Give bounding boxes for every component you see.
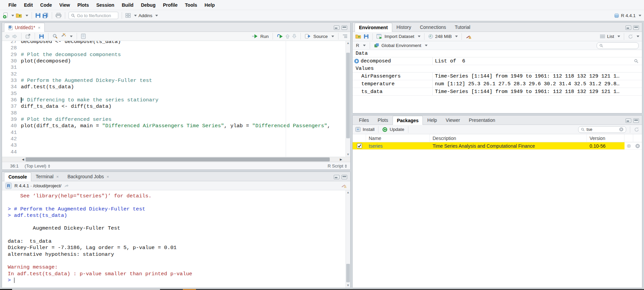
save-workspace-icon[interactable]	[364, 34, 369, 39]
inspect-object-icon[interactable]	[634, 59, 639, 63]
scroll-right-arrow-icon[interactable]: ▶	[338, 157, 344, 162]
console-output[interactable]: See ‘library(help="tseries")’ for detail…	[2, 190, 350, 288]
menu-plots[interactable]: Plots	[74, 0, 92, 10]
show-in-new-window-icon[interactable]	[26, 34, 31, 39]
code-line[interactable]: 43	[2, 142, 350, 149]
source-button-icon[interactable]	[305, 34, 311, 39]
code-line[interactable]: 32	[2, 71, 350, 78]
addins-caret[interactable]	[155, 15, 158, 16]
code-line[interactable]: 28	[2, 45, 350, 51]
code-line[interactable]: 44	[2, 149, 350, 155]
compile-report-icon[interactable]	[81, 34, 86, 39]
document-outline-icon[interactable]	[343, 34, 348, 38]
source-down-icon[interactable]	[292, 34, 296, 39]
code-line[interactable]: 38	[2, 110, 350, 116]
memory-usage-button[interactable]: 248 MiB	[435, 34, 452, 39]
source-button[interactable]: Source	[313, 34, 328, 39]
source-up-icon[interactable]	[285, 34, 290, 39]
minimize-pane-icon[interactable]	[626, 26, 631, 30]
save-icon[interactable]	[35, 13, 41, 18]
menu-profile[interactable]: Profile	[159, 0, 182, 10]
scrollbar-thumb[interactable]	[346, 264, 350, 282]
list-view-caret[interactable]	[617, 36, 620, 37]
browse-package-icon[interactable]	[625, 144, 633, 148]
code-line[interactable]: 29# Plot the decomposed components	[2, 52, 350, 58]
refresh-caret[interactable]	[637, 36, 639, 37]
open-file-icon[interactable]	[16, 13, 23, 18]
packages-search-input[interactable]	[587, 127, 617, 132]
environment-tab-tutorial[interactable]: Tutorial	[450, 22, 475, 32]
menu-session[interactable]: Session	[92, 0, 118, 10]
source-button-caret[interactable]	[331, 36, 334, 37]
forward-icon[interactable]	[12, 34, 17, 39]
packages-tab-presentation[interactable]: Presentation	[465, 115, 500, 125]
minimize-pane-icon[interactable]	[626, 118, 631, 123]
maximize-pane-icon[interactable]	[633, 26, 639, 30]
scroll-up-arrow-icon[interactable]: ▲	[346, 190, 350, 195]
package-name-link[interactable]: tseries	[366, 142, 430, 150]
pane-layout-caret[interactable]	[134, 15, 137, 16]
environment-selector[interactable]: Global Environment	[381, 43, 421, 48]
file-type-selector[interactable]: R Script	[328, 163, 347, 168]
environment-object-row[interactable]: decomposedList of 6	[353, 57, 642, 65]
find-replace-icon[interactable]	[52, 34, 58, 39]
code-editor[interactable]: 27decomposed <- decompose(ts_data)2829# …	[2, 41, 350, 157]
console-tab-console[interactable]: Console	[4, 172, 31, 181]
environment-object-row[interactable]: ts_dataTime-Series [1:144] from 1949 to …	[353, 88, 642, 96]
print-icon[interactable]	[55, 13, 62, 18]
scroll-left-arrow-icon[interactable]: ◀	[21, 157, 26, 162]
goto-file-input[interactable]	[77, 13, 114, 18]
console-tab-terminal[interactable]: Terminal×	[31, 172, 63, 181]
language-caret[interactable]	[363, 45, 366, 46]
import-dataset-icon[interactable]	[376, 34, 383, 39]
run-button[interactable]: Run	[260, 34, 269, 39]
remove-package-icon[interactable]	[633, 144, 642, 148]
code-line[interactable]: 27decomposed <- decompose(ts_data)	[2, 41, 350, 45]
update-button[interactable]: Update	[390, 127, 404, 132]
package-row[interactable]: tseriesTime Series Analysis and Computat…	[353, 142, 642, 150]
code-line[interactable]: 42	[2, 136, 350, 142]
editor-vertical-scrollbar[interactable]: ▲ ▼	[346, 41, 350, 157]
back-icon[interactable]	[5, 34, 10, 39]
clear-console-broom-icon[interactable]	[341, 183, 347, 189]
expand-object-icon[interactable]	[354, 59, 359, 63]
environment-object-row[interactable]: temperaturenum [1:12] 25.3 26.1 27.5 28.…	[353, 80, 642, 88]
import-dataset-button[interactable]: Import Dataset	[385, 34, 414, 39]
import-dataset-caret[interactable]	[418, 36, 420, 37]
maximize-pane-icon[interactable]	[341, 26, 347, 30]
code-line[interactable]: 37diff_ts_data <- diff(ts_data)	[2, 103, 350, 110]
refresh-icon[interactable]	[628, 34, 633, 39]
checkbox-checked[interactable]	[357, 143, 362, 148]
environment-selector-caret[interactable]	[425, 45, 428, 46]
goto-file-box[interactable]	[69, 12, 118, 19]
menu-code[interactable]: Code	[37, 0, 56, 10]
code-line[interactable]: 30plot(decomposed)	[2, 58, 350, 64]
install-button[interactable]: Install	[363, 127, 374, 132]
memory-usage-caret[interactable]	[455, 36, 458, 37]
close-icon[interactable]: ×	[38, 25, 41, 30]
menu-file[interactable]: File	[5, 0, 20, 10]
code-line[interactable]: 40plot(diff_ts_data, main = "Differenced…	[2, 123, 350, 129]
code-line[interactable]: 34adf.test(ts_data)	[2, 84, 350, 90]
save-all-icon[interactable]	[42, 13, 48, 18]
clear-objects-broom-icon[interactable]	[466, 34, 472, 40]
language-selector[interactable]: R	[356, 43, 359, 48]
addins-button[interactable]: Addins	[138, 13, 152, 18]
scope-selector[interactable]: (Top Level)	[25, 163, 50, 168]
clear-search-icon[interactable]	[619, 127, 623, 132]
code-line[interactable]: 35	[2, 91, 350, 97]
list-view-button[interactable]: List	[607, 34, 614, 39]
code-line[interactable]: 33# Perform the Augmented Dickey-Fuller …	[2, 78, 350, 84]
source-tab-untitled1[interactable]: R Untitled1* ×	[4, 23, 45, 32]
environment-search-input[interactable]	[605, 43, 636, 48]
close-icon[interactable]: ×	[107, 174, 109, 179]
run-icon[interactable]	[252, 34, 258, 38]
refresh-icon[interactable]	[634, 127, 639, 132]
close-icon[interactable]: ×	[56, 174, 59, 179]
packages-tab-viewer[interactable]: Viewer	[441, 115, 465, 125]
code-line[interactable]: 39# Plot the differenced series	[2, 116, 350, 123]
environment-tab-history[interactable]: History	[392, 22, 416, 32]
list-view-icon[interactable]	[600, 35, 605, 38]
maximize-pane-icon[interactable]	[341, 175, 347, 179]
menu-view[interactable]: View	[56, 0, 74, 10]
